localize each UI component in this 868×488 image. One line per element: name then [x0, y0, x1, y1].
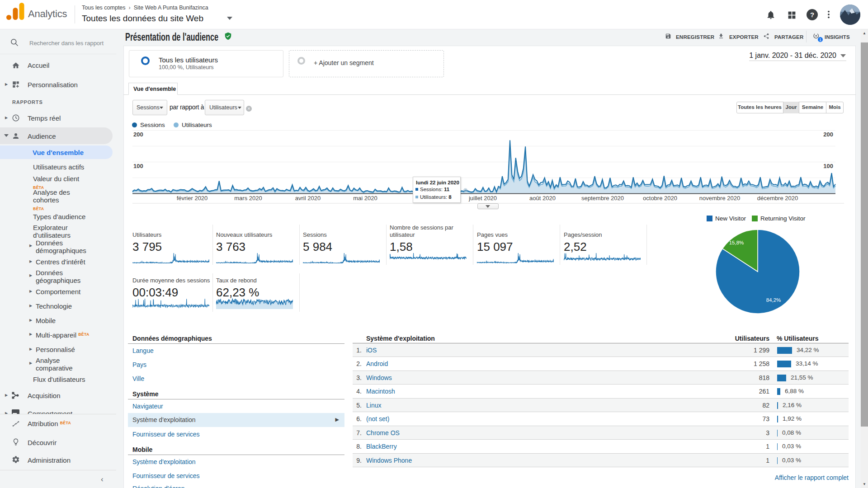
svg-text:84,2%: 84,2%	[766, 297, 781, 303]
svg-text:15,8%: 15,8%	[729, 240, 744, 245]
